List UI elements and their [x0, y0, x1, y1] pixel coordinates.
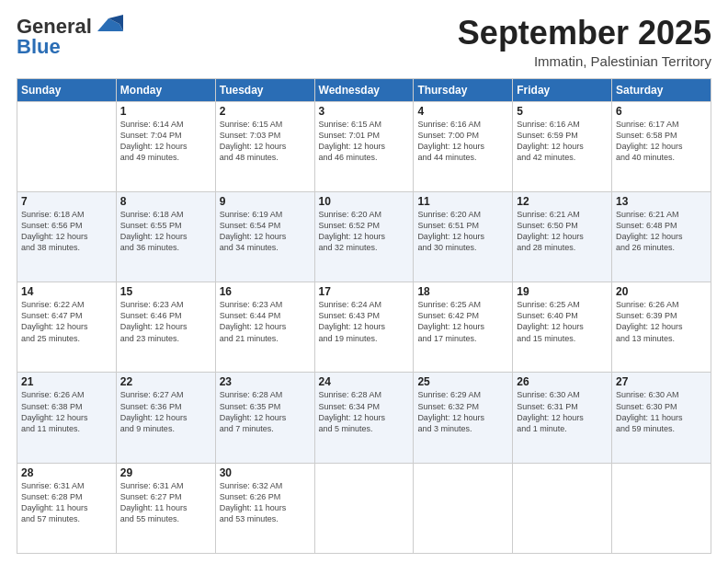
calendar-cell: 22Sunrise: 6:27 AM Sunset: 6:36 PM Dayli…	[116, 373, 215, 463]
day-header-monday: Monday	[116, 78, 215, 101]
cell-info: Sunrise: 6:19 AM Sunset: 6:54 PM Dayligh…	[220, 209, 311, 254]
calendar-cell: 21Sunrise: 6:26 AM Sunset: 6:38 PM Dayli…	[17, 373, 117, 463]
calendar-cell: 20Sunrise: 6:26 AM Sunset: 6:39 PM Dayli…	[612, 282, 711, 373]
calendar-cell: 11Sunrise: 6:20 AM Sunset: 6:51 PM Dayli…	[414, 191, 513, 282]
cell-info: Sunrise: 6:15 AM Sunset: 7:01 PM Dayligh…	[319, 119, 410, 164]
subtitle: Immatin, Palestinian Territory	[458, 53, 711, 69]
day-number: 2	[220, 105, 311, 118]
calendar-cell: 5Sunrise: 6:16 AM Sunset: 6:59 PM Daylig…	[513, 101, 612, 191]
title-block: September 2025 Immatin, Palestinian Terr…	[458, 15, 711, 69]
cell-info: Sunrise: 6:30 AM Sunset: 6:30 PM Dayligh…	[616, 389, 707, 434]
calendar-week-5: 28Sunrise: 6:31 AM Sunset: 6:28 PM Dayli…	[17, 463, 711, 553]
day-number: 24	[319, 375, 410, 388]
calendar-cell: 29Sunrise: 6:31 AM Sunset: 6:27 PM Dayli…	[116, 463, 215, 553]
day-number: 13	[616, 195, 707, 208]
calendar-cell: 12Sunrise: 6:21 AM Sunset: 6:50 PM Dayli…	[513, 191, 612, 282]
day-number: 15	[120, 285, 211, 298]
calendar-cell: 23Sunrise: 6:28 AM Sunset: 6:35 PM Dayli…	[215, 373, 314, 463]
calendar-cell: 15Sunrise: 6:23 AM Sunset: 6:46 PM Dayli…	[116, 282, 215, 373]
calendar-cell	[17, 101, 117, 191]
day-number: 21	[21, 375, 112, 388]
cell-info: Sunrise: 6:25 AM Sunset: 6:40 PM Dayligh…	[517, 299, 608, 344]
cell-info: Sunrise: 6:28 AM Sunset: 6:35 PM Dayligh…	[220, 389, 311, 434]
cell-info: Sunrise: 6:26 AM Sunset: 6:38 PM Dayligh…	[21, 389, 112, 434]
day-number: 17	[319, 285, 410, 298]
cell-info: Sunrise: 6:23 AM Sunset: 6:44 PM Dayligh…	[220, 299, 311, 344]
calendar-cell: 25Sunrise: 6:29 AM Sunset: 6:32 PM Dayli…	[414, 373, 513, 463]
day-number: 11	[417, 195, 508, 208]
calendar-cell: 9Sunrise: 6:19 AM Sunset: 6:54 PM Daylig…	[215, 191, 314, 282]
day-header-thursday: Thursday	[414, 78, 513, 101]
day-number: 9	[220, 195, 311, 208]
day-number: 25	[417, 375, 508, 388]
calendar-cell: 30Sunrise: 6:32 AM Sunset: 6:26 PM Dayli…	[215, 463, 314, 553]
calendar-cell: 27Sunrise: 6:30 AM Sunset: 6:30 PM Dayli…	[612, 373, 711, 463]
cell-info: Sunrise: 6:28 AM Sunset: 6:34 PM Dayligh…	[319, 389, 410, 434]
cell-info: Sunrise: 6:20 AM Sunset: 6:51 PM Dayligh…	[417, 209, 508, 254]
cell-info: Sunrise: 6:25 AM Sunset: 6:42 PM Dayligh…	[417, 299, 508, 344]
day-number: 16	[220, 285, 311, 298]
cell-info: Sunrise: 6:29 AM Sunset: 6:32 PM Dayligh…	[417, 389, 508, 434]
calendar-cell: 28Sunrise: 6:31 AM Sunset: 6:28 PM Dayli…	[17, 463, 117, 553]
page: General Blue September 2025 Immatin, Pal…	[0, 0, 728, 563]
day-number: 28	[21, 466, 112, 479]
day-header-sunday: Sunday	[17, 78, 117, 101]
day-number: 4	[417, 105, 508, 118]
day-number: 10	[319, 195, 410, 208]
calendar-week-1: 1Sunrise: 6:14 AM Sunset: 7:04 PM Daylig…	[17, 101, 711, 191]
cell-info: Sunrise: 6:17 AM Sunset: 6:58 PM Dayligh…	[616, 119, 707, 164]
calendar-cell: 26Sunrise: 6:30 AM Sunset: 6:31 PM Dayli…	[513, 373, 612, 463]
cell-info: Sunrise: 6:20 AM Sunset: 6:52 PM Dayligh…	[319, 209, 410, 254]
day-header-saturday: Saturday	[612, 78, 711, 101]
day-number: 12	[517, 195, 608, 208]
header: General Blue September 2025 Immatin, Pal…	[17, 15, 711, 69]
calendar-week-3: 14Sunrise: 6:22 AM Sunset: 6:47 PM Dayli…	[17, 282, 711, 373]
day-number: 26	[517, 375, 608, 388]
cell-info: Sunrise: 6:16 AM Sunset: 7:00 PM Dayligh…	[417, 119, 508, 164]
month-title: September 2025	[458, 15, 711, 52]
calendar-cell: 17Sunrise: 6:24 AM Sunset: 6:43 PM Dayli…	[314, 282, 414, 373]
calendar-cell: 4Sunrise: 6:16 AM Sunset: 7:00 PM Daylig…	[414, 101, 513, 191]
day-number: 8	[120, 195, 211, 208]
day-number: 14	[21, 285, 112, 298]
cell-info: Sunrise: 6:26 AM Sunset: 6:39 PM Dayligh…	[616, 299, 707, 344]
day-header-wednesday: Wednesday	[314, 78, 414, 101]
cell-info: Sunrise: 6:18 AM Sunset: 6:56 PM Dayligh…	[21, 209, 112, 254]
calendar-cell	[314, 463, 414, 553]
calendar-cell: 2Sunrise: 6:15 AM Sunset: 7:03 PM Daylig…	[215, 101, 314, 191]
logo: General Blue	[17, 15, 123, 59]
calendar-cell: 13Sunrise: 6:21 AM Sunset: 6:48 PM Dayli…	[612, 191, 711, 282]
calendar-cell: 3Sunrise: 6:15 AM Sunset: 7:01 PM Daylig…	[314, 101, 414, 191]
day-number: 7	[21, 195, 112, 208]
logo-icon	[94, 15, 123, 35]
calendar-week-2: 7Sunrise: 6:18 AM Sunset: 6:56 PM Daylig…	[17, 191, 711, 282]
day-number: 29	[120, 466, 211, 479]
calendar-cell: 16Sunrise: 6:23 AM Sunset: 6:44 PM Dayli…	[215, 282, 314, 373]
cell-info: Sunrise: 6:21 AM Sunset: 6:48 PM Dayligh…	[616, 209, 707, 254]
day-header-friday: Friday	[513, 78, 612, 101]
day-number: 27	[616, 375, 707, 388]
calendar-cell: 8Sunrise: 6:18 AM Sunset: 6:55 PM Daylig…	[116, 191, 215, 282]
day-number: 1	[120, 105, 211, 118]
calendar-cell	[513, 463, 612, 553]
cell-info: Sunrise: 6:15 AM Sunset: 7:03 PM Dayligh…	[220, 119, 311, 164]
header-row: SundayMondayTuesdayWednesdayThursdayFrid…	[17, 78, 711, 101]
day-number: 23	[220, 375, 311, 388]
cell-info: Sunrise: 6:14 AM Sunset: 7:04 PM Dayligh…	[120, 119, 211, 164]
cell-info: Sunrise: 6:27 AM Sunset: 6:36 PM Dayligh…	[120, 389, 211, 434]
calendar-cell: 18Sunrise: 6:25 AM Sunset: 6:42 PM Dayli…	[414, 282, 513, 373]
day-number: 18	[417, 285, 508, 298]
logo-blue: Blue	[17, 35, 61, 59]
calendar-cell: 7Sunrise: 6:18 AM Sunset: 6:56 PM Daylig…	[17, 191, 117, 282]
calendar-week-4: 21Sunrise: 6:26 AM Sunset: 6:38 PM Dayli…	[17, 373, 711, 463]
calendar-cell: 24Sunrise: 6:28 AM Sunset: 6:34 PM Dayli…	[314, 373, 414, 463]
calendar-cell: 6Sunrise: 6:17 AM Sunset: 6:58 PM Daylig…	[612, 101, 711, 191]
day-header-tuesday: Tuesday	[215, 78, 314, 101]
calendar-cell	[612, 463, 711, 553]
day-number: 22	[120, 375, 211, 388]
day-number: 6	[616, 105, 707, 118]
calendar-cell: 14Sunrise: 6:22 AM Sunset: 6:47 PM Dayli…	[17, 282, 117, 373]
calendar-cell: 19Sunrise: 6:25 AM Sunset: 6:40 PM Dayli…	[513, 282, 612, 373]
calendar-table: SundayMondayTuesdayWednesdayThursdayFrid…	[17, 78, 711, 554]
day-number: 5	[517, 105, 608, 118]
